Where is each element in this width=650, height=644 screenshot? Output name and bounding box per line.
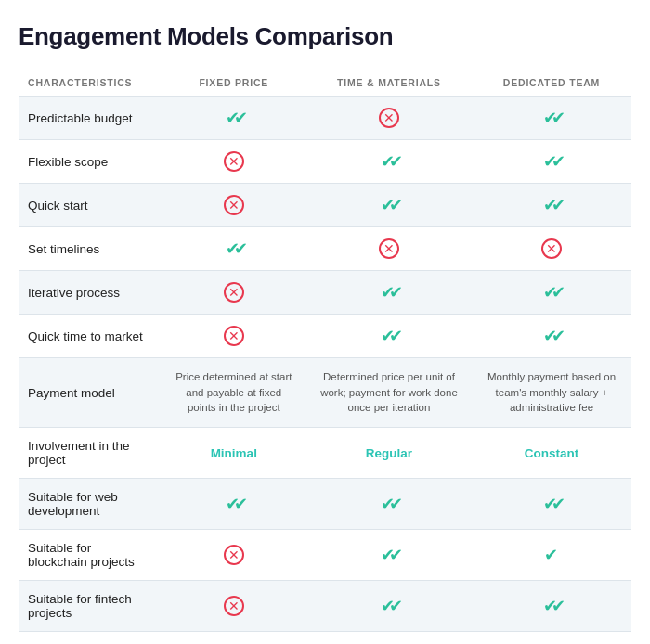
payment-cell: Price determined at start and payable at… <box>162 358 306 428</box>
double-check-icon: ✔✔ <box>381 195 397 215</box>
table-row: Suitable for blockchain projects✕✔✔✔ <box>19 530 631 581</box>
characteristic-cell: Involvement in the project <box>19 428 162 479</box>
double-check-icon: ✔✔ <box>543 195 560 215</box>
page-title: Engagement Models Comparison <box>19 22 631 51</box>
characteristic-cell: Set timelines <box>19 227 162 271</box>
characteristic-cell: Suitable for fintech projects <box>19 581 162 632</box>
involvement-cell: Regular <box>306 428 472 479</box>
icon-cell: ✔✔ <box>306 184 472 227</box>
col-header-dedicated-team: DEDICATED TEAM <box>472 70 631 97</box>
table-row: Set timelines✔✔✕✕ <box>19 227 631 271</box>
icon-cell: ✔✔ <box>306 315 472 358</box>
comparison-table: CHARACTERISTICS FIXED PRICE TIME & MATER… <box>19 70 631 632</box>
table-row: Suitable for fintech projects✕✔✔✔✔ <box>19 581 631 632</box>
double-check-icon: ✔✔ <box>543 108 560 128</box>
characteristic-cell: Suitable for blockchain projects <box>19 530 162 581</box>
double-check-icon: ✔✔ <box>381 326 397 346</box>
icon-cell: ✔✔ <box>306 530 472 581</box>
double-check-icon: ✔✔ <box>543 151 560 172</box>
icon-cell: ✔✔ <box>306 140 472 184</box>
double-check-icon: ✔✔ <box>226 108 242 128</box>
icon-cell: ✔✔ <box>472 581 631 632</box>
table-row: Predictable budget✔✔✕✔✔ <box>19 97 631 140</box>
double-check-icon: ✔✔ <box>543 326 560 346</box>
icon-cell: ✔✔ <box>162 479 306 530</box>
icon-cell: ✕ <box>162 271 306 315</box>
table-row: Involvement in the projectMinimalRegular… <box>19 428 631 479</box>
double-check-icon: ✔✔ <box>381 282 397 303</box>
icon-cell: ✕ <box>162 315 306 358</box>
table-row: Payment modelPrice determined at start a… <box>19 358 631 428</box>
icon-cell: ✕ <box>162 184 306 227</box>
double-check-icon: ✔✔ <box>381 596 397 616</box>
icon-cell: ✔✔ <box>472 315 631 358</box>
double-check-icon: ✔✔ <box>381 494 397 514</box>
icon-cell: ✔✔ <box>472 140 631 184</box>
cross-icon: ✕ <box>224 545 244 565</box>
icon-cell: ✕ <box>162 581 306 632</box>
characteristic-cell: Quick time to market <box>19 315 162 358</box>
cross-icon: ✕ <box>224 282 244 303</box>
characteristic-cell: Predictable budget <box>19 97 162 140</box>
characteristic-cell: Payment model <box>19 358 162 428</box>
double-check-icon: ✔✔ <box>543 494 560 514</box>
table-row: Iterative process✕✔✔✔✔ <box>19 271 631 315</box>
involvement-cell: Minimal <box>162 428 306 479</box>
characteristic-cell: Suitable for web development <box>19 479 162 530</box>
icon-cell: ✔✔ <box>162 227 306 271</box>
icon-cell: ✔✔ <box>472 184 631 227</box>
col-header-characteristics: CHARACTERISTICS <box>19 70 162 97</box>
characteristic-cell: Iterative process <box>19 271 162 315</box>
cross-icon: ✕ <box>379 108 399 128</box>
icon-cell: ✕ <box>306 97 472 140</box>
double-check-icon: ✔✔ <box>543 282 560 303</box>
col-header-fixed-price: FIXED PRICE <box>162 70 306 97</box>
double-check-icon: ✔✔ <box>381 151 397 172</box>
cross-icon: ✕ <box>379 238 399 259</box>
double-check-icon: ✔✔ <box>381 545 397 565</box>
payment-cell: Determined price per unit of work; payme… <box>306 358 472 428</box>
icon-cell: ✕ <box>306 227 472 271</box>
cross-icon: ✕ <box>541 238 562 259</box>
double-check-icon: ✔✔ <box>543 596 560 616</box>
check-icon: ✔ <box>544 545 558 565</box>
payment-cell: Monthly payment based on team's monthly … <box>472 358 631 428</box>
table-row: Quick start✕✔✔✔✔ <box>19 184 631 227</box>
icon-cell: ✔✔ <box>306 479 472 530</box>
icon-cell: ✔✔ <box>472 97 631 140</box>
table-row: Suitable for web development✔✔✔✔✔✔ <box>19 479 631 530</box>
double-check-icon: ✔✔ <box>226 494 242 514</box>
cross-icon: ✕ <box>224 195 244 215</box>
icon-cell: ✔ <box>472 530 631 581</box>
icon-cell: ✔✔ <box>306 581 472 632</box>
icon-cell: ✕ <box>162 140 306 184</box>
icon-cell: ✔✔ <box>472 271 631 315</box>
icon-cell: ✕ <box>162 530 306 581</box>
cross-icon: ✕ <box>224 596 244 616</box>
characteristic-cell: Quick start <box>19 184 162 227</box>
involvement-cell: Constant <box>472 428 631 479</box>
icon-cell: ✕ <box>472 227 631 271</box>
table-row: Quick time to market✕✔✔✔✔ <box>19 315 631 358</box>
table-row: Flexible scope✕✔✔✔✔ <box>19 140 631 184</box>
icon-cell: ✔✔ <box>306 271 472 315</box>
col-header-time-materials: TIME & MATERIALS <box>306 70 472 97</box>
cross-icon: ✕ <box>224 326 244 346</box>
cross-icon: ✕ <box>224 151 244 172</box>
characteristic-cell: Flexible scope <box>19 140 162 184</box>
icon-cell: ✔✔ <box>472 479 631 530</box>
icon-cell: ✔✔ <box>162 97 306 140</box>
double-check-icon: ✔✔ <box>226 238 242 259</box>
